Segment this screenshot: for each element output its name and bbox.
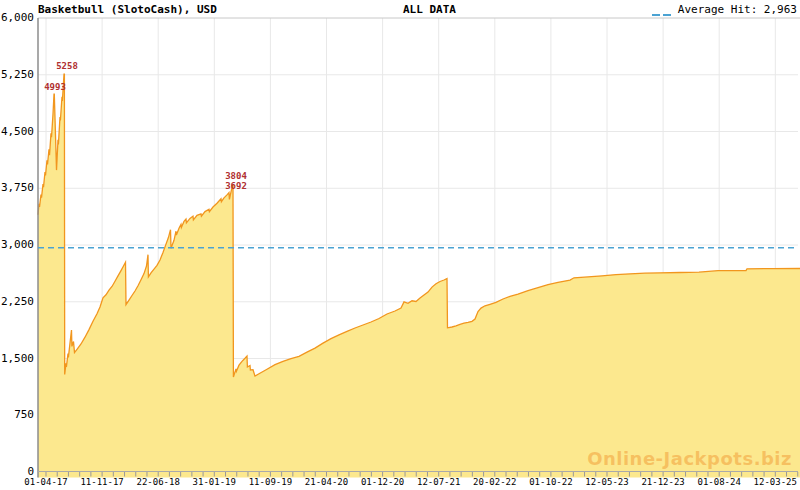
jackpot-chart-screen: Basketbull (SlotoCash), USD ALL DATA Ave… xyxy=(0,0,800,490)
plot-area xyxy=(0,0,800,490)
watermark: Online-Jackpots.biz xyxy=(587,448,792,469)
jackpot-area-fill xyxy=(38,74,800,477)
